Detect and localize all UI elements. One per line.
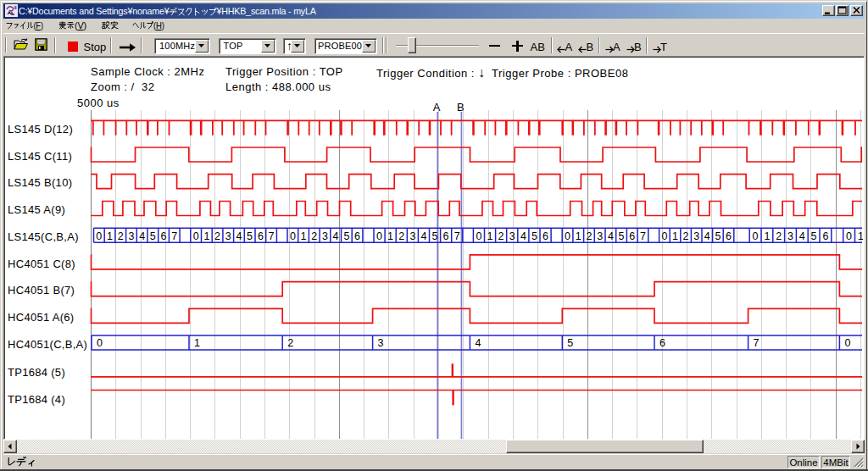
svg-text:6: 6 <box>542 230 548 242</box>
svg-text:0: 0 <box>661 230 667 242</box>
svg-text:3: 3 <box>693 230 699 242</box>
svg-text:4: 4 <box>799 230 805 242</box>
svg-text:7: 7 <box>269 230 275 242</box>
svg-text:0: 0 <box>376 230 382 242</box>
svg-text:3: 3 <box>409 230 415 242</box>
svg-text:4: 4 <box>333 230 339 242</box>
svg-text:2: 2 <box>214 230 220 242</box>
svg-text:3: 3 <box>322 230 328 242</box>
svg-text:4: 4 <box>520 230 526 242</box>
svg-text:7: 7 <box>171 230 177 242</box>
svg-text:0: 0 <box>476 230 481 242</box>
svg-text:5: 5 <box>150 230 156 242</box>
svg-text:5: 5 <box>247 230 253 242</box>
svg-text:2: 2 <box>398 230 404 242</box>
svg-text:7: 7 <box>754 337 760 349</box>
svg-text:1: 1 <box>764 230 770 242</box>
svg-text:A: A <box>433 101 441 114</box>
svg-text:0: 0 <box>290 230 296 242</box>
svg-text:6: 6 <box>443 230 449 242</box>
svg-text:B: B <box>457 101 465 114</box>
svg-text:6: 6 <box>822 230 828 242</box>
svg-text:0: 0 <box>96 230 102 242</box>
svg-text:1: 1 <box>203 230 209 242</box>
svg-text:6: 6 <box>629 230 635 242</box>
svg-text:2: 2 <box>587 230 593 242</box>
svg-text:4: 4 <box>475 337 481 349</box>
svg-text:1: 1 <box>576 230 581 242</box>
svg-text:1: 1 <box>672 230 678 242</box>
svg-text:1: 1 <box>301 230 307 242</box>
svg-text:0: 0 <box>846 230 852 242</box>
svg-text:5: 5 <box>811 230 817 242</box>
svg-text:6: 6 <box>258 230 264 242</box>
svg-text:4: 4 <box>420 230 426 242</box>
svg-text:6: 6 <box>161 230 167 242</box>
svg-text:2: 2 <box>311 230 317 242</box>
svg-text:5: 5 <box>343 230 349 242</box>
svg-text:4: 4 <box>608 230 614 242</box>
svg-text:0: 0 <box>565 230 570 242</box>
svg-text:1: 1 <box>194 337 200 349</box>
svg-text:2: 2 <box>118 230 124 242</box>
svg-text:3: 3 <box>378 337 384 349</box>
svg-text:0: 0 <box>193 230 199 242</box>
svg-text:5: 5 <box>715 230 721 242</box>
svg-text:1: 1 <box>107 230 113 242</box>
svg-text:0: 0 <box>753 230 759 242</box>
svg-text:1: 1 <box>387 230 393 242</box>
svg-text:5: 5 <box>619 230 625 242</box>
svg-text:6: 6 <box>659 337 665 349</box>
svg-text:0: 0 <box>844 337 850 349</box>
svg-text:3: 3 <box>509 230 515 242</box>
svg-text:3: 3 <box>128 230 134 242</box>
svg-text:1: 1 <box>487 230 493 242</box>
svg-text:2: 2 <box>287 337 293 349</box>
svg-text:4: 4 <box>704 230 710 242</box>
svg-text:3: 3 <box>225 230 231 242</box>
svg-text:2: 2 <box>498 230 504 242</box>
svg-text:5: 5 <box>567 337 573 349</box>
svg-text:2: 2 <box>683 230 689 242</box>
svg-text:3: 3 <box>787 230 793 242</box>
svg-text:4: 4 <box>236 230 242 242</box>
svg-text:7: 7 <box>640 230 646 242</box>
svg-text:5: 5 <box>531 230 537 242</box>
svg-text:6: 6 <box>726 230 732 242</box>
svg-text:5: 5 <box>432 230 438 242</box>
svg-text:3: 3 <box>597 230 603 242</box>
svg-text:0: 0 <box>97 337 103 349</box>
svg-text:2: 2 <box>776 230 782 242</box>
svg-text:7: 7 <box>454 230 460 242</box>
svg-text:1: 1 <box>858 230 863 242</box>
svg-text:4: 4 <box>139 230 145 242</box>
svg-text:6: 6 <box>354 230 360 242</box>
